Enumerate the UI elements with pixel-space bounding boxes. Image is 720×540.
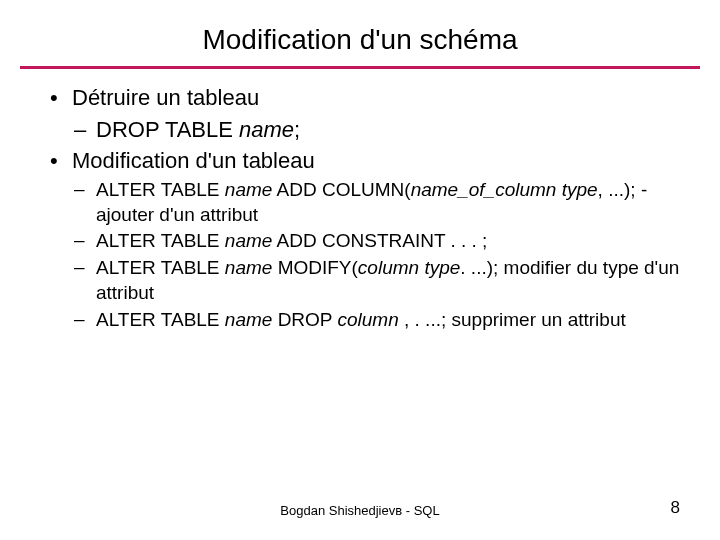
page-number: 8 (671, 498, 680, 518)
bullet-modify-column: ALTER TABLE name MODIFY(column type. ...… (50, 256, 690, 305)
text: DROP TABLE (96, 117, 239, 142)
text: ADD CONSTRAINT . . . ; (272, 230, 487, 251)
keyword-name: name (225, 179, 273, 200)
bullet-add-constraint: ALTER TABLE name ADD CONSTRAINT . . . ; (50, 229, 690, 254)
keyword-name: name (225, 257, 273, 278)
text: MODIFY( (272, 257, 358, 278)
bullet-add-column: ALTER TABLE name ADD COLUMN(name_of_colu… (50, 178, 690, 227)
bullet-destroy-table: Détruire un tableau (50, 83, 690, 113)
text: , . ...; supprimer un attribut (399, 309, 626, 330)
text: DROP (272, 309, 337, 330)
footer-author: Bogdan Shishedjievв - SQL (0, 503, 720, 518)
text: ALTER TABLE (96, 257, 225, 278)
keyword-col-type: name_of_column type (411, 179, 598, 200)
keyword-column: column (337, 309, 398, 330)
keyword-name: name (239, 117, 294, 142)
text: ALTER TABLE (96, 309, 225, 330)
text: ALTER TABLE (96, 179, 225, 200)
bullet-modify-table: Modification d'un tableau (50, 146, 690, 176)
keyword-col-type: column type (358, 257, 460, 278)
slide-body: Détruire un tableau DROP TABLE name; Mod… (0, 83, 720, 332)
bullet-drop-column: ALTER TABLE name DROP column , . ...; su… (50, 308, 690, 333)
keyword-name: name (225, 309, 273, 330)
title-divider (20, 66, 700, 69)
bullet-drop-table: DROP TABLE name; (50, 115, 690, 145)
text: ADD COLUMN( (272, 179, 410, 200)
keyword-name: name (225, 230, 273, 251)
slide-footer: Bogdan Shishedjievв - SQL 8 (0, 503, 720, 518)
text: ALTER TABLE (96, 230, 225, 251)
text: ; (294, 117, 300, 142)
slide-title: Modification d'un schéma (0, 0, 720, 66)
